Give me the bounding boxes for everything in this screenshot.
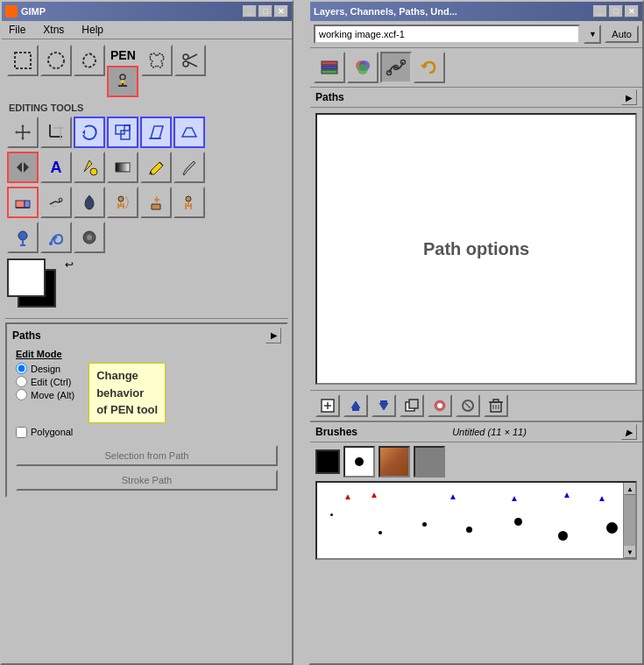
auto-button[interactable]: Auto	[605, 25, 639, 43]
crop-tool[interactable]	[40, 117, 72, 148]
scroll-down-button[interactable]: ▼	[624, 546, 636, 558]
change-behavior-line3: of PEN tool	[96, 401, 158, 419]
brushes-section-collapse[interactable]: ▶	[621, 424, 637, 440]
editing-tools-label: EDITING TOOLS	[5, 101, 288, 115]
svg-point-38	[49, 242, 53, 245]
svg-point-1	[48, 53, 64, 68]
paths-section-collapse[interactable]: ▶	[621, 89, 637, 105]
delete-path-button[interactable]	[484, 394, 508, 417]
edit-mode-section: Edit Mode Design Edit (Ctrl) Move (Alt)	[9, 345, 285, 442]
svg-rect-22	[25, 201, 30, 208]
pencil-tool[interactable]	[140, 152, 172, 183]
scroll-track[interactable]	[624, 495, 635, 546]
gimp-title-area: GIMP	[5, 5, 46, 18]
stroke-path-button[interactable]: Stroke Path	[16, 470, 278, 491]
svg-point-40	[87, 235, 92, 240]
heal-tool[interactable]	[140, 187, 172, 218]
fuzzy-select-tool[interactable]	[141, 45, 173, 76]
measure-tool[interactable]	[74, 222, 105, 253]
selection-from-path-button[interactable]: Selection from Path	[16, 445, 278, 466]
minimize-button[interactable]: _	[243, 5, 257, 18]
channels-tab[interactable]	[347, 52, 379, 83]
paths-panel-header: Paths ▶	[9, 326, 285, 345]
tab-bar	[310, 48, 642, 88]
svg-rect-66	[493, 400, 499, 402]
scroll-up-button[interactable]: ▲	[624, 483, 636, 495]
reset-colors-icon[interactable]: ↩	[65, 258, 74, 271]
image-dropdown-arrow[interactable]: ▼	[584, 25, 601, 44]
gimp-title-text: GIMP	[21, 6, 46, 17]
scissors-tool[interactable]	[174, 45, 206, 76]
move-label: Move (Alt)	[31, 390, 74, 400]
clone-tool[interactable]	[107, 187, 138, 218]
ellipse-select-tool[interactable]	[40, 45, 72, 76]
svg-rect-16	[116, 125, 124, 134]
svg-point-25	[118, 196, 124, 202]
lower-path-button[interactable]	[372, 394, 396, 417]
design-option: Design	[16, 363, 74, 374]
path-blend-tool[interactable]	[40, 222, 72, 253]
layers-close-button[interactable]: ✕	[625, 5, 639, 18]
raise-path-button[interactable]	[343, 394, 368, 417]
move-tool[interactable]	[7, 117, 39, 148]
layers-maximize-button[interactable]: □	[609, 5, 623, 18]
shear-tool[interactable]	[140, 117, 172, 148]
new-path-button[interactable]	[315, 394, 340, 417]
stroke-path-action-button[interactable]	[456, 394, 480, 417]
transform-tools-row	[5, 115, 288, 150]
eraser-tool[interactable]	[7, 187, 39, 218]
brush-thumb-dot[interactable]	[343, 446, 375, 478]
maximize-button[interactable]: □	[258, 5, 272, 18]
layers-minimize-button[interactable]: _	[593, 5, 607, 18]
rect-select-tool[interactable]	[7, 45, 39, 76]
xtns-menu[interactable]: Xtns	[39, 23, 67, 37]
polygonal-checkbox[interactable]	[16, 427, 27, 438]
dodge-tool[interactable]	[7, 222, 39, 253]
text-tool[interactable]: A	[40, 152, 72, 183]
svg-rect-56	[409, 400, 418, 408]
airbrush-tool[interactable]	[40, 187, 72, 218]
help-menu[interactable]: Help	[78, 23, 107, 37]
color-and-tools-row: ↩	[5, 255, 288, 313]
paths-panel-left: Paths ▶ Edit Mode Design Edit (Ctrl)	[5, 322, 288, 498]
toolbox: PEN	[2, 39, 292, 316]
rotate-tool[interactable]	[74, 117, 105, 148]
image-dropdown-text: working image.xcf-1	[319, 29, 405, 39]
edit-radio[interactable]	[16, 376, 27, 387]
fill-tool[interactable]	[74, 152, 105, 183]
duplicate-path-button[interactable]	[400, 394, 424, 417]
perspective-tool[interactable]	[173, 117, 205, 148]
smudge-tool[interactable]	[173, 187, 205, 218]
blue-arrow-1: ▲	[449, 492, 457, 501]
blend-tool[interactable]	[107, 152, 138, 183]
svg-rect-43	[322, 70, 337, 74]
brush-thumb-wood[interactable]	[379, 446, 410, 478]
polygonal-option: Polygonal	[16, 427, 278, 438]
image-dropdown-value[interactable]: working image.xcf-1	[314, 25, 580, 44]
close-button[interactable]: ✕	[274, 5, 288, 18]
move-radio[interactable]	[16, 389, 27, 400]
brush-color-swatch[interactable]	[315, 449, 340, 474]
brush-tool[interactable]	[173, 152, 205, 183]
foreground-color-swatch[interactable]	[7, 258, 46, 297]
brush-thumb-gray[interactable]	[414, 446, 445, 478]
gimp-titlebar: GIMP _ □ ✕	[2, 2, 292, 21]
undo-tab[interactable]	[414, 52, 445, 83]
red-arrow-2: ▲	[370, 490, 379, 499]
svg-line-8	[188, 54, 197, 59]
path-to-selection-button[interactable]	[428, 394, 452, 417]
move-option: Move (Alt)	[16, 389, 74, 400]
layers-tab[interactable]	[314, 52, 345, 83]
paths-tab[interactable]	[380, 52, 412, 83]
file-menu[interactable]: File	[5, 23, 29, 37]
brushes-subtitle: Untitled (11 × 11)	[452, 427, 527, 437]
pen-tool[interactable]	[107, 66, 138, 97]
paths-panel-collapse[interactable]: ▶	[265, 328, 281, 343]
svg-rect-0	[15, 53, 31, 68]
lasso-tool[interactable]	[74, 45, 105, 76]
scale-tool[interactable]	[107, 117, 138, 148]
design-radio[interactable]	[16, 363, 27, 374]
ink-tool[interactable]	[74, 187, 105, 218]
svg-rect-19	[116, 163, 130, 172]
flip-tool[interactable]	[7, 152, 39, 183]
